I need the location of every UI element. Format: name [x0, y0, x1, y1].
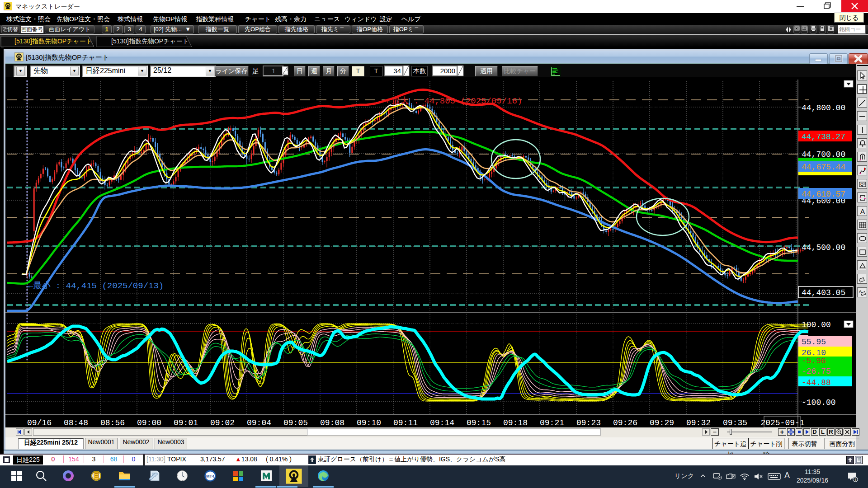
svg-text:A: A [860, 207, 865, 215]
svg-text:44,675.44: 44,675.44 [802, 163, 845, 172]
svg-text:09:29: 09:29 [650, 418, 674, 427]
svg-text:44,610.57: 44,610.57 [802, 190, 845, 199]
svg-text:09:26: 09:26 [613, 418, 637, 427]
svg-text:55.95: 55.95 [802, 338, 826, 347]
svg-text:09/16: 09/16 [27, 418, 52, 427]
svg-text:-100.00: -100.00 [802, 398, 836, 407]
svg-text:09:01: 09:01 [174, 418, 198, 427]
svg-text:09:10: 09:10 [357, 418, 381, 427]
svg-text:08:56: 08:56 [100, 418, 125, 427]
svg-text:-44.88: -44.88 [802, 378, 831, 387]
svg-text:09:21: 09:21 [540, 418, 564, 427]
svg-text:09:35: 09:35 [723, 418, 747, 427]
svg-text:09:15: 09:15 [467, 418, 491, 427]
svg-text:09:14: 09:14 [430, 418, 454, 427]
svg-text:09:11: 09:11 [393, 418, 418, 427]
svg-text:44,500.00: 44,500.00 [802, 243, 845, 252]
svg-text:09:23: 09:23 [576, 418, 601, 427]
svg-text:100.00: 100.00 [802, 320, 831, 329]
svg-text:09:08: 09:08 [320, 418, 344, 427]
svg-text:44,800.00: 44,800.00 [802, 103, 845, 113]
svg-text:←最大 : 44,805 (2025/09/16): ←最大 : 44,805 (2025/09/16) [387, 96, 522, 106]
svg-text:09:02: 09:02 [210, 418, 235, 427]
svg-text:09:32: 09:32 [686, 418, 711, 427]
svg-text:←最小 : 44,415 (2025/09/13): ←最小 : 44,415 (2025/09/13) [28, 281, 164, 291]
svg-text:26.10: 26.10 [802, 348, 826, 357]
svg-text:09:00: 09:00 [137, 418, 161, 427]
svg-text:44,403.05: 44,403.05 [802, 288, 845, 297]
svg-text:08:48: 08:48 [64, 418, 88, 427]
svg-text:-5.96: -5.96 [802, 357, 826, 366]
svg-text:2025-09-1: 2025-09-1 [760, 418, 804, 427]
svg-text:09:05: 09:05 [283, 418, 308, 427]
svg-text:09:18: 09:18 [503, 418, 528, 427]
svg-text:44,738.27: 44,738.27 [802, 132, 845, 141]
svg-text:-26.75: -26.75 [802, 367, 831, 376]
svg-text:09:04: 09:04 [247, 418, 271, 427]
svg-text:Q≡: Q≡ [860, 182, 866, 187]
svg-text:1: 1 [854, 478, 856, 482]
svg-text:MT4: MT4 [206, 474, 214, 479]
